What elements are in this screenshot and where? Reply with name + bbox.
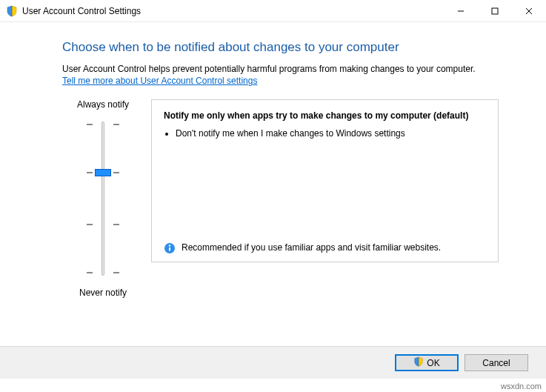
window-controls <box>444 0 546 22</box>
cancel-button[interactable]: Cancel <box>465 354 528 371</box>
ok-button-label: OK <box>427 358 439 368</box>
shield-icon <box>6 5 18 17</box>
window-title: User Account Control Settings <box>22 6 141 16</box>
close-button[interactable] <box>512 0 546 22</box>
help-link[interactable]: Tell me more about User Account Control … <box>62 76 257 86</box>
recommendation-row: Recommended if you use familiar apps and… <box>164 235 486 254</box>
slider-top-label: Always notify <box>62 99 144 110</box>
ok-button[interactable]: OK <box>395 354 459 371</box>
level-detail-list: Don't notify me when I make changes to W… <box>176 128 486 142</box>
description-text: User Account Control helps prevent poten… <box>62 64 499 74</box>
info-icon <box>164 242 176 254</box>
level-title: Notify me only when apps try to make cha… <box>164 110 486 121</box>
content-area: Choose when to be notified about changes… <box>0 22 546 305</box>
level-description-panel: Notify me only when apps try to make cha… <box>151 99 499 262</box>
settings-body: Always notify Never notify Notify me onl… <box>62 99 499 305</box>
notification-slider[interactable] <box>81 117 125 280</box>
minimize-button[interactable] <box>444 0 478 22</box>
svg-rect-6 <box>169 248 170 251</box>
watermark-text: wsxdn.com <box>501 382 542 391</box>
svg-rect-1 <box>492 8 498 14</box>
page-heading: Choose when to be notified about changes… <box>62 40 499 55</box>
svg-point-5 <box>169 245 170 246</box>
level-detail-item: Don't notify me when I make changes to W… <box>176 128 486 139</box>
maximize-button[interactable] <box>478 0 512 22</box>
shield-icon <box>413 356 424 369</box>
titlebar: User Account Control Settings <box>0 0 546 22</box>
dialog-footer: OK Cancel <box>0 346 546 379</box>
slider-bottom-label: Never notify <box>62 288 144 298</box>
recommendation-text: Recommended if you use familiar apps and… <box>182 242 441 253</box>
slider-thumb[interactable] <box>95 169 111 176</box>
cancel-button-label: Cancel <box>482 358 510 368</box>
slider-column: Always notify Never notify <box>62 99 144 305</box>
slider-rail <box>101 122 104 276</box>
